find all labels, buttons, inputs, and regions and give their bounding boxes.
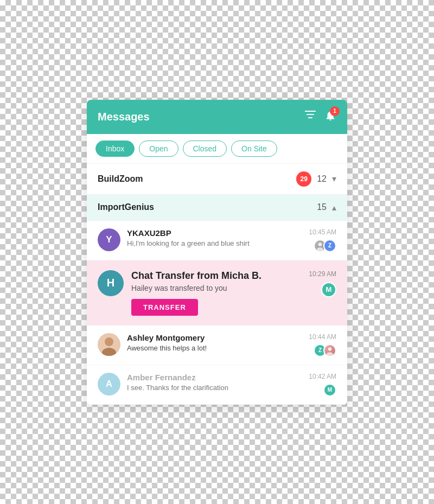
msg-sender-ashley: Ashley Montgomery bbox=[127, 333, 302, 342]
filter-icon[interactable] bbox=[305, 111, 316, 123]
msg-time-ykaxu2bp: 10:45 AM bbox=[309, 228, 336, 236]
group-buildzoom-meta: 29 12 ▾ bbox=[296, 171, 336, 187]
group-buildzoom-badge: 29 bbox=[296, 171, 311, 187]
group-buildzoom-count: 12 bbox=[317, 174, 327, 184]
msg-sender-ykaxu2bp: YKAXU2BP bbox=[127, 228, 302, 238]
group-importgenius-meta: 15 ▴ bbox=[317, 202, 336, 213]
group-importgenius-chevron: ▴ bbox=[332, 202, 336, 213]
group-buildzoom[interactable]: BuildZoom 29 12 ▾ bbox=[87, 164, 347, 195]
agent-avatars-ashley: Z bbox=[314, 344, 336, 357]
tab-onsite[interactable]: On Site bbox=[231, 141, 277, 157]
messages-panel: Messages 1 Inbox Open Closed On Site bbox=[87, 100, 347, 405]
msg-time-amber: 10:42 AM bbox=[309, 373, 336, 380]
message-item-ashley[interactable]: Ashley Montgomery Awesome this helps a l… bbox=[87, 326, 347, 365]
svg-point-1 bbox=[317, 247, 323, 251]
avatar-amber: A bbox=[98, 373, 120, 395]
avatar-ykaxu2bp: Y bbox=[98, 228, 120, 251]
transfer-time: 10:29 AM bbox=[309, 270, 336, 278]
msg-preview-amber: I see. Thanks for the clarification bbox=[127, 384, 302, 392]
msg-time-ashley: 10:44 AM bbox=[309, 333, 336, 341]
transfer-button[interactable]: TRANSFER bbox=[131, 299, 198, 316]
panel-title: Messages bbox=[98, 111, 150, 123]
group-importgenius-count: 15 bbox=[317, 202, 327, 212]
msg-right-amber: 10:42 AM M bbox=[309, 373, 336, 397]
agent-avatar-ashley-2 bbox=[323, 344, 336, 357]
svg-point-5 bbox=[328, 347, 332, 351]
msg-body-ykaxu2bp: YKAXU2BP Hi,I'm looking for a green and … bbox=[127, 228, 302, 247]
transfer-content: Chat Transfer from Micha B. Hailey was t… bbox=[131, 270, 301, 316]
transfer-agent-avatar: M bbox=[321, 282, 336, 297]
group-importgenius[interactable]: ImportGenius 15 ▴ bbox=[87, 195, 347, 221]
msg-body-ashley: Ashley Montgomery Awesome this helps a l… bbox=[127, 333, 302, 352]
agent-avatars-amber: M bbox=[323, 384, 336, 397]
msg-preview-ykaxu2bp: Hi,I'm looking for a green and blue shir… bbox=[127, 239, 302, 247]
transfer-subtitle: Hailey was transfered to you bbox=[131, 284, 301, 292]
svg-point-3 bbox=[105, 337, 113, 346]
transfer-right: 10:29 AM M bbox=[309, 270, 336, 297]
msg-sender-amber: Amber Fernandez bbox=[127, 373, 302, 382]
agent-avatars-ykaxu2bp: Z bbox=[314, 239, 336, 252]
tab-open[interactable]: Open bbox=[139, 141, 178, 157]
message-item-amber[interactable]: A Amber Fernandez I see. Thanks for the … bbox=[87, 365, 347, 405]
group-buildzoom-chevron: ▾ bbox=[332, 174, 336, 184]
notification-badge: 1 bbox=[330, 106, 340, 116]
agent-avatar-amber-1: M bbox=[323, 384, 336, 397]
tab-closed[interactable]: Closed bbox=[183, 141, 227, 157]
tab-inbox[interactable]: Inbox bbox=[95, 141, 135, 157]
transfer-title: Chat Transfer from Micha B. bbox=[131, 270, 301, 282]
msg-right-ykaxu2bp: 10:45 AM Z bbox=[309, 228, 336, 252]
svg-point-0 bbox=[318, 243, 322, 246]
header-icons: 1 bbox=[305, 110, 336, 124]
msg-body-amber: Amber Fernandez I see. Thanks for the cl… bbox=[127, 373, 302, 392]
msg-preview-ashley: Awesome this helps a lot! bbox=[127, 344, 302, 352]
avatar-ashley bbox=[98, 333, 120, 356]
agent-avatar-2: Z bbox=[323, 239, 336, 252]
svg-point-6 bbox=[327, 352, 333, 356]
msg-right-ashley: 10:44 AM Z bbox=[309, 333, 336, 357]
panel-header: Messages 1 bbox=[87, 100, 347, 134]
bell-wrapper: 1 bbox=[324, 110, 336, 124]
avatar-transfer: H bbox=[98, 270, 124, 296]
tabs-row: Inbox Open Closed On Site bbox=[87, 134, 347, 164]
transfer-section: H Chat Transfer from Micha B. Hailey was… bbox=[87, 260, 347, 326]
group-buildzoom-name: BuildZoom bbox=[98, 174, 143, 184]
group-importgenius-name: ImportGenius bbox=[98, 202, 154, 212]
message-item-ykaxu2bp[interactable]: Y YKAXU2BP Hi,I'm looking for a green an… bbox=[87, 221, 347, 260]
